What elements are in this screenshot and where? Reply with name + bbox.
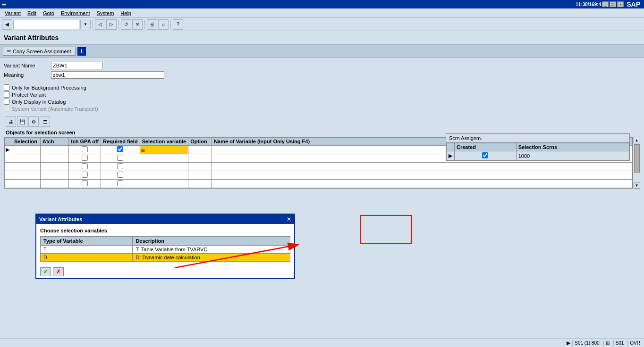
table-row [5,180,632,188]
status-system: S01 (1) 800 [572,340,601,346]
menu-environment[interactable]: Environment [58,9,93,17]
variables-table: Type of Variable Description T T: Table … [40,236,290,262]
row-selection [12,171,41,180]
info-button[interactable]: i [77,47,86,56]
menu-variant[interactable]: Variant [2,9,24,17]
col-option-header: Option [188,138,212,146]
row-gpa-checkbox[interactable] [82,163,88,169]
menu-bar: Variant Edit Goto Environment System Hel… [0,8,644,18]
variable-row-d[interactable]: D D: Dynamic date calculation [41,254,290,262]
bg-processing-row: Only for Background Processing [4,84,640,91]
row-gpa-checkbox[interactable] [82,155,88,161]
row-req-checkbox[interactable] [117,180,123,186]
row-req-checkbox[interactable] [117,172,123,178]
row-icon [5,154,12,163]
row-atch [41,171,69,180]
display-catalog-label: Only Display in Catalog [12,99,66,105]
row-icon [5,180,12,188]
col-selvar-header: Selection variable [140,138,188,146]
status-mode: OVR [627,340,642,346]
status-bar: ▶ S01 (1) 800 ⊞ S01 OVR [0,339,644,347]
row-req [101,154,140,163]
find-button[interactable]: ⌕ [158,19,169,30]
row-selvar [140,180,188,188]
row-name [212,171,632,180]
meaning-input[interactable] [51,71,164,79]
section-save-button[interactable]: 💾 [17,116,27,127]
display-catalog-checkbox[interactable] [4,99,10,105]
meaning-label: Meaning [4,72,51,78]
help-button-toolbar[interactable]: ? [173,19,183,30]
protect-variant-checkbox[interactable] [4,91,10,98]
dialog-close-button[interactable]: ✕ [287,216,291,223]
system-variant-label: System Variant (Automatic Transport) [12,106,98,112]
status-icon: ⊞ [603,340,611,346]
row-gpa-checkbox[interactable] [82,172,88,178]
close-window-button[interactable]: × [617,1,624,7]
row-req-checkbox[interactable] [117,146,123,152]
system-variant-checkbox[interactable] [4,106,10,112]
dialog-cancel-button[interactable]: ✗ [53,267,64,276]
row-req-checkbox[interactable] [117,155,123,161]
bg-processing-checkbox[interactable] [4,84,10,91]
dialog-title: Variant Attributes [39,216,82,222]
row-atch [41,154,69,163]
col-selection-header: Selection [12,138,41,146]
back-button[interactable]: ◀ [2,19,12,30]
row-req-checkbox[interactable] [117,163,123,169]
selection-variable-highlight [360,215,412,244]
refresh-button[interactable]: ↺ [121,19,131,30]
scroll-thumb[interactable] [634,144,640,173]
menu-help[interactable]: Help [118,9,134,17]
next-button[interactable]: ▷ [106,19,117,30]
dialog-ok-button[interactable]: ✓ [40,267,51,276]
row-gpa-checkbox[interactable] [82,180,88,186]
form-section: Variant Name Meaning Only for Background… [4,62,640,112]
table-row [5,171,632,180]
row-atch [41,163,69,171]
cancel-button-toolbar[interactable]: ✕ [132,19,143,30]
status-arrow: ▶ [567,340,570,346]
scrn-row-checkbox[interactable] [482,152,488,158]
maximize-button[interactable]: □ [610,1,616,7]
row-gpa [69,154,101,163]
col-icon [5,138,12,146]
variable-row-t[interactable]: T T: Table Variable from TVARVC [41,246,290,254]
transaction-input[interactable] [13,20,79,29]
var-desc-d: D: Dynamic date calculation [133,254,290,262]
print-button[interactable]: 🖨 [147,19,157,30]
row-selection [12,154,41,163]
minimize-button[interactable]: _ [602,1,609,7]
scrn-assignm-table: Created Selection Scrns ▶ 1000 [446,143,629,161]
scrn-col-selection: Selection Scrns [516,143,629,151]
section-layout-button[interactable]: ☰ [40,116,50,127]
scroll-down-button[interactable]: ▼ [634,182,640,189]
prev-button[interactable]: ◁ [95,19,105,30]
cancel-x-icon: ✗ [56,269,60,275]
top-bar-left: ☰ [2,2,6,7]
scrn-row-checked [455,151,517,161]
meaning-row: Meaning [4,71,640,79]
dialog-subtitle: Choose selection variables [40,228,290,233]
scroll-up-button[interactable]: ▲ [634,137,640,143]
section-print-button[interactable]: 🖨 [6,116,16,127]
scrn-row-value: 1000 [516,151,629,161]
var-desc-t: T: Table Variable from TVARVC [133,246,290,254]
section-config-button[interactable]: ⚙ [28,116,39,127]
row-req [101,146,140,154]
col-required-header: Required field [101,138,140,146]
menu-edit[interactable]: Edit [25,9,39,17]
row-option [188,171,212,180]
row-selvar[interactable]: ⊞ [140,146,188,154]
dialog-title-bar: Variant Attributes ✕ [36,215,294,224]
row-gpa-checkbox[interactable] [82,146,88,152]
menu-goto[interactable]: Goto [40,9,57,17]
variant-name-input[interactable] [51,62,103,69]
transaction-dropdown[interactable]: ▼ [80,20,91,29]
row-gpa [69,180,101,188]
row-selection [12,180,41,188]
row-option [188,146,212,154]
copy-screen-assignment-button[interactable]: ✏ Copy Screen Assignment [3,47,76,56]
protect-variant-row: Protect Variant [4,91,640,98]
menu-system[interactable]: System [94,9,117,17]
